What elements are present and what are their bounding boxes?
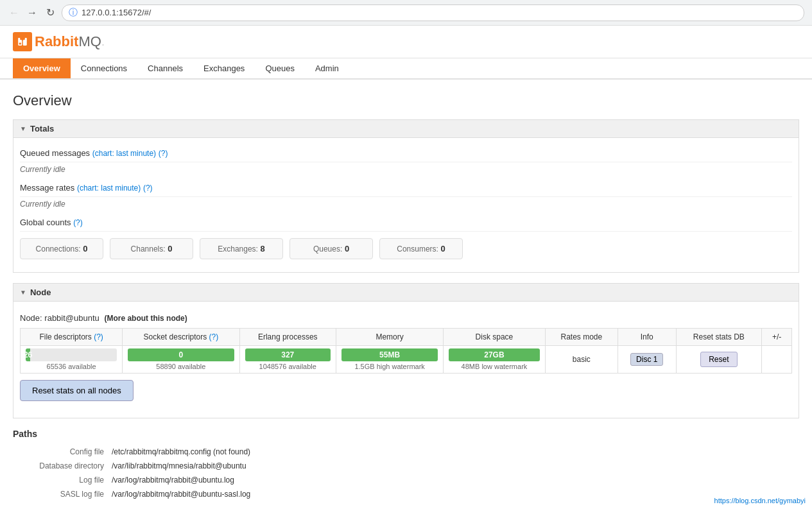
th-memory: Memory [336, 329, 443, 346]
disk-space-progress: 27GB [449, 348, 539, 361]
info-cell: Disc 1 [618, 346, 676, 374]
channels-label: Channels: [131, 245, 166, 254]
node-content: Node: rabbit@ubuntu (More about this nod… [13, 302, 799, 418]
th-plus-minus: +/- [762, 329, 792, 346]
log-file-row: Log file /var/log/rabbitmq/rabbit@ubuntu… [14, 474, 798, 486]
database-dir-label: Database directory [14, 460, 110, 472]
queued-help[interactable]: (?) [159, 149, 168, 158]
totals-title: Totals [30, 124, 54, 133]
disk-space-bar: 27GB [449, 348, 539, 361]
connections-label: Connections: [36, 245, 81, 254]
reload-button[interactable]: ↻ [44, 6, 56, 19]
erlang-proc-bar: 327 [245, 348, 331, 361]
erlang-proc-available: 1048576 available [245, 363, 331, 370]
node-header[interactable]: ▼ Node [13, 283, 799, 302]
queues-value: 0 [345, 244, 349, 254]
th-disk-space: Disk space [444, 329, 545, 346]
status-bar: https://blog.csdn.net/gymabyi [708, 494, 812, 507]
logo-dot: . [101, 35, 105, 49]
svg-rect-2 [18, 38, 20, 41]
consumers-label: Consumers: [397, 245, 438, 254]
logo-rabbit: Rabbit [35, 33, 78, 50]
message-help[interactable]: (?) [143, 184, 153, 193]
main-content: Overview ▼ Totals Queued messages (chart… [0, 80, 812, 507]
totals-header[interactable]: ▼ Totals [13, 119, 799, 138]
th-erlang-proc: Erlang processes [239, 329, 336, 346]
database-dir-row: Database directory /var/lib/rabbitmq/mne… [14, 460, 798, 472]
exchanges-box: Exchanges: 8 [200, 238, 283, 259]
stats-boxes: Connections: 0 Channels: 0 Exchanges: 8 … [20, 232, 792, 266]
nav-channels[interactable]: Channels [137, 58, 193, 78]
node-link[interactable]: (More about this node) [104, 314, 187, 323]
logo-mq: MQ [78, 33, 101, 50]
node-arrow: ▼ [20, 289, 26, 296]
global-counts-row: Global counts (?) [20, 214, 792, 232]
queued-messages-row: Queued messages (chart: last minute) (?) [20, 144, 792, 162]
node-label: Node: [20, 313, 42, 323]
currently-idle-2: Currently idle [20, 197, 792, 211]
totals-section: ▼ Totals Queued messages (chart: last mi… [13, 119, 799, 273]
message-chart-link[interactable]: (chart: last minute) [77, 184, 141, 193]
database-dir-value: /var/lib/rabbitmq/mnesia/rabbit@ubuntu [112, 460, 798, 472]
table-row: 26 65536 available 0 58890 avail [21, 346, 792, 374]
nav-admin[interactable]: Admin [305, 58, 349, 78]
message-rates-row: Message rates (chart: last minute) (?) [20, 179, 792, 197]
disc-button[interactable]: Disc 1 [630, 353, 663, 366]
node-section: ▼ Node Node: rabbit@ubuntu (More about t… [13, 283, 799, 418]
node-table: File descriptors (?) Socket descriptors … [20, 328, 792, 374]
status-link: https://blog.csdn.net/gymabyi [714, 497, 806, 504]
nav-exchanges[interactable]: Exchanges [193, 58, 255, 78]
file-desc-help[interactable]: (?) [94, 332, 103, 341]
log-file-label: Log file [14, 474, 110, 486]
currently-idle-1: Currently idle [20, 162, 792, 176]
th-info: Info [618, 329, 676, 346]
log-file-value: /var/log/rabbitmq/rabbit@ubuntu.log [112, 474, 798, 486]
global-counts-help[interactable]: (?) [73, 218, 83, 227]
nav-overview[interactable]: Overview [13, 58, 71, 78]
exchanges-value: 8 [261, 244, 265, 254]
consumers-box: Consumers: 0 [379, 238, 463, 259]
config-file-label: Config file [14, 445, 110, 458]
erlang-proc-progress: 327 [245, 348, 331, 361]
th-file-desc: File descriptors (?) [21, 329, 123, 346]
exchanges-label: Exchanges: [218, 245, 258, 254]
th-reset-stats: Reset stats DB [676, 329, 762, 346]
reset-all-button[interactable]: Reset stats on all nodes [20, 380, 134, 401]
message-rates-label: Message rates [20, 183, 74, 193]
url-text: 127.0.0.1:15672/#/ [82, 8, 151, 17]
nav-bar: Overview Connections Channels Exchanges … [0, 58, 812, 80]
socket-desc-available: 58890 available [128, 363, 234, 370]
back-button[interactable]: ← [8, 6, 21, 19]
connections-box: Connections: 0 [20, 238, 103, 259]
sasl-log-value: /var/log/rabbitmq/rabbit@ubuntu-sasl.log [112, 488, 798, 501]
memory-watermark: 1.5GB high watermark [341, 363, 438, 370]
paths-table: Config file /etc/rabbitmq/rabbitmq.confi… [13, 444, 799, 502]
memory-cell: 55MB 1.5GB high watermark [336, 346, 443, 374]
nav-connections[interactable]: Connections [71, 58, 137, 78]
channels-value: 0 [168, 244, 172, 254]
forward-button[interactable]: → [26, 6, 39, 19]
paths-section: Paths Config file /etc/rabbitmq/rabbitmq… [13, 429, 799, 502]
th-socket-desc: Socket descriptors (?) [123, 329, 239, 346]
file-desc-progress: 26 [26, 348, 30, 361]
disk-space-watermark: 48MB low watermark [449, 363, 539, 370]
app-header: Rabbit MQ . [0, 26, 812, 58]
info-icon: ⓘ [69, 7, 78, 19]
reset-button[interactable]: Reset [700, 352, 737, 367]
socket-desc-progress: 0 [128, 348, 234, 361]
svg-rect-3 [25, 38, 27, 41]
page-title: Overview [13, 92, 799, 109]
totals-content: Queued messages (chart: last minute) (?)… [13, 138, 799, 273]
queued-chart-link[interactable]: (chart: last minute) [92, 149, 156, 158]
node-info: Node: rabbit@ubuntu (More about this nod… [20, 308, 792, 328]
socket-desc-help[interactable]: (?) [209, 332, 219, 341]
logo-icon [13, 32, 32, 51]
th-rates-mode: Rates mode [545, 329, 618, 346]
node-title: Node [30, 288, 51, 297]
memory-bar: 55MB [341, 348, 438, 361]
address-bar[interactable]: ⓘ 127.0.0.1:15672/#/ [62, 4, 804, 21]
nav-queues[interactable]: Queues [255, 58, 305, 78]
paths-title: Paths [13, 429, 799, 439]
socket-desc-cell: 0 58890 available [123, 346, 239, 374]
plus-minus-cell [762, 346, 792, 374]
